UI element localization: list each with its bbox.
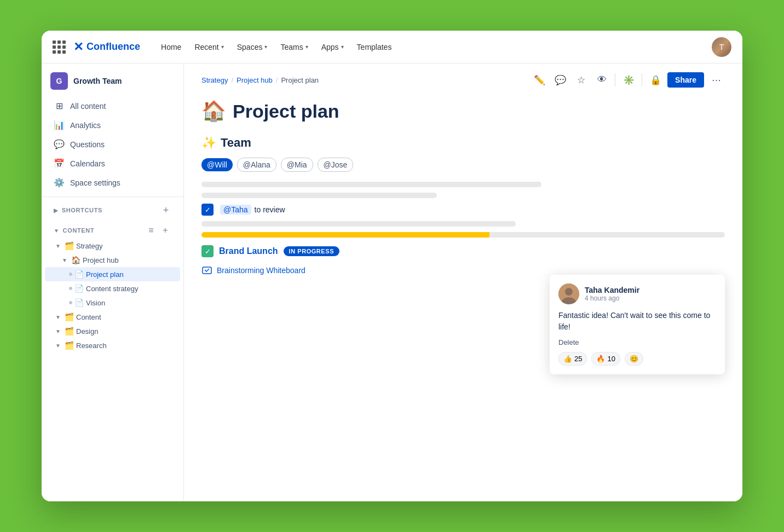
nav-recent[interactable]: Recent ▾ (189, 39, 229, 55)
more-options-button[interactable]: ⋯ (707, 71, 725, 89)
tree-item-project-plan[interactable]: 📄 Project plan (45, 267, 180, 281)
content-add-button[interactable]: + (159, 224, 171, 236)
share-button[interactable]: Share (667, 72, 704, 88)
tree-item-strategy[interactable]: ▼ 🗂️ Strategy (45, 239, 180, 253)
toolbar-divider-1 (615, 73, 615, 86)
watch-button[interactable]: 👁 (593, 71, 610, 89)
sidebar-item-calendars[interactable]: 📅 Calendars (45, 154, 180, 173)
breadcrumb-current: Project plan (281, 76, 319, 84)
analytics-icon: 📊 (54, 120, 65, 130)
edit-button[interactable]: ✏️ (531, 71, 548, 89)
breadcrumb-sep-1: / (231, 76, 233, 84)
comment-body: Fantastic idea! Can't wait to see this c… (558, 310, 716, 333)
design-label: Design (76, 327, 177, 336)
main-layout: G Growth Team ⊞ All content 📊 Analytics … (42, 63, 742, 501)
calendars-icon: 📅 (54, 158, 65, 169)
all-content-label: All content (70, 102, 106, 111)
mention-mia[interactable]: @Mia (281, 158, 313, 172)
toolbar-divider-2 (642, 73, 642, 86)
user-avatar[interactable]: T (712, 37, 731, 57)
whiteboard-icon (201, 265, 212, 276)
tree-item-design[interactable]: ▼ 🗂️ Design (45, 324, 180, 338)
comment-time: 4 hours ago (585, 294, 716, 302)
content-icon: 🗂️ (65, 313, 74, 321)
progress-fill (201, 232, 489, 238)
thumbsup-count: 25 (574, 355, 582, 363)
brand-launch-checkbox[interactable]: ✓ (201, 245, 214, 257)
shortcuts-header: ▶ SHORTCUTS + (54, 205, 171, 216)
content-strategy-label: Content strategy (86, 285, 177, 293)
tree-item-content-strategy[interactable]: 📄 Content strategy (45, 281, 180, 296)
team-mentions: @Will @Alana @Mia @Jose (201, 158, 725, 172)
task-mention[interactable]: @Taha (220, 205, 251, 215)
sidebar-item-all-content[interactable]: ⊞ All content (45, 96, 180, 115)
smile-emoji: 😊 (630, 355, 638, 363)
content-strategy-bullet (69, 287, 72, 290)
comment-delete-button[interactable]: Delete (558, 338, 716, 346)
breadcrumb-strategy[interactable]: Strategy (201, 76, 228, 84)
reaction-fire[interactable]: 🔥 10 (591, 352, 620, 366)
tree-item-research[interactable]: ▼ 🗂️ Research (45, 338, 180, 352)
content-filter-button[interactable]: ≡ (145, 224, 157, 236)
reaction-thumbsup[interactable]: 👍 25 (558, 352, 587, 366)
space-settings-icon: ⚙️ (54, 177, 65, 188)
breadcrumb-project-hub[interactable]: Project hub (237, 76, 273, 84)
tree-item-project-hub[interactable]: ▼ 🏠 Project hub (45, 253, 180, 267)
content-label: Content (76, 313, 177, 321)
questions-icon: 💬 (54, 139, 65, 149)
sidebar-item-space-settings[interactable]: ⚙️ Space settings (45, 173, 180, 192)
project-hub-icon: 🏠 (71, 256, 80, 264)
sidebar-item-analytics[interactable]: 📊 Analytics (45, 115, 180, 135)
shortcuts-chevron-icon: ▶ (54, 207, 59, 213)
whiteboard-link[interactable]: Brainstorming Whiteboard (201, 265, 725, 276)
sidebar-space-header[interactable]: G Growth Team (42, 63, 183, 96)
task-text: @Taha to review (220, 205, 285, 215)
shortcuts-add-button[interactable]: + (160, 205, 171, 216)
content-section-label-text: CONTENT (63, 227, 95, 234)
nav-teams[interactable]: Teams ▾ (275, 39, 313, 55)
content-section-actions: ≡ + (145, 224, 171, 236)
tree-item-content[interactable]: ▼ 🗂️ Content (45, 310, 180, 324)
brand-launch-label[interactable]: Brand Launch (219, 246, 278, 256)
comment-reactions: 👍 25 🔥 10 😊 (558, 352, 716, 366)
calendars-label: Calendars (70, 159, 105, 168)
reaction-smile[interactable]: 😊 (625, 352, 643, 366)
mention-will[interactable]: @Will (201, 158, 233, 171)
lock-button[interactable]: 🔒 (647, 71, 664, 89)
space-name: Growth Team (73, 77, 122, 85)
design-icon: 🗂️ (65, 327, 74, 336)
shortcuts-toggle[interactable]: ▶ SHORTCUTS (54, 207, 102, 213)
nav-home[interactable]: Home (155, 39, 187, 55)
page-content: 🏠 Project plan ✨ Team @Will @Alana @Mia … (184, 89, 742, 298)
vision-bullet (69, 301, 72, 304)
confluence-logo[interactable]: ✕ Confluence (73, 40, 140, 54)
brand-launch-row: ✓ Brand Launch IN PROGRESS (201, 245, 725, 257)
comment-user-info: Taha Kandemir 4 hours ago (585, 286, 716, 302)
content-section-toggle[interactable]: ▼ CONTENT (54, 227, 94, 234)
nav-spaces[interactable]: Spaces ▾ (232, 39, 273, 55)
nav-apps[interactable]: Apps ▾ (316, 39, 349, 55)
star-button[interactable]: ☆ (572, 71, 590, 89)
project-hub-toggle-icon: ▼ (60, 256, 69, 264)
whiteboard-link-text: Brainstorming Whiteboard (217, 266, 305, 275)
browser-window: ✕ Confluence Home Recent ▾ Spaces ▾ Team… (42, 31, 742, 501)
fire-count: 10 (607, 355, 615, 363)
comment-button[interactable]: 💬 (551, 71, 569, 89)
tree-item-vision[interactable]: 📄 Vision (45, 296, 180, 310)
research-toggle-icon: ▼ (54, 341, 62, 350)
vision-label: Vision (86, 299, 177, 307)
sidebar: G Growth Team ⊞ All content 📊 Analytics … (42, 63, 184, 501)
mention-jose[interactable]: @Jose (318, 158, 354, 172)
apps-chevron-icon: ▾ (341, 44, 344, 50)
questions-label: Questions (70, 140, 105, 149)
task-checkbox[interactable]: ✓ (201, 204, 214, 216)
page-toolbar: Strategy / Project hub / Project plan ✏️… (184, 63, 742, 89)
app-switcher-icon[interactable] (53, 41, 66, 54)
comment-popover: Taha Kandemir 4 hours ago Fantastic idea… (550, 275, 725, 374)
sidebar-item-questions[interactable]: 💬 Questions (45, 135, 180, 154)
nav-templates[interactable]: Templates (351, 39, 397, 55)
placeholder-line-2 (201, 193, 437, 198)
mention-alana[interactable]: @Alana (237, 158, 276, 172)
task-row: ✓ @Taha to review (201, 204, 725, 216)
ai-button[interactable]: ✳️ (620, 71, 637, 89)
